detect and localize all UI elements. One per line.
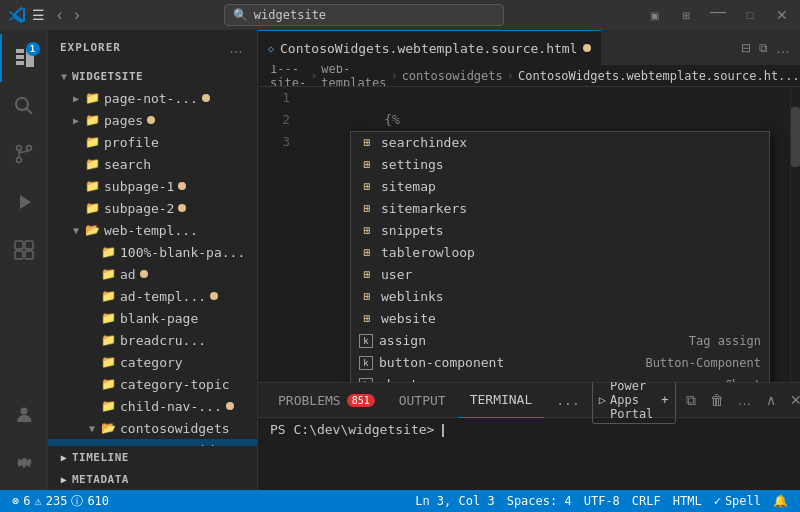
folder-icon-pages: 📁 (84, 112, 100, 128)
tab-bar-actions: ⊟ ⧉ … (731, 30, 800, 65)
tab-label: ContosoWidgets.webtemplate.source.html (280, 41, 577, 56)
ac-item-searchindex[interactable]: ⊞ searchindex (351, 132, 769, 154)
title-bar-left: ☰ (8, 6, 45, 24)
tab-main[interactable]: ◇ ContosoWidgets.webtemplate.source.html (258, 30, 601, 65)
activity-item-source-control[interactable] (0, 130, 48, 178)
panel-tab-more[interactable]: ... (544, 383, 591, 418)
status-errors[interactable]: ⊗ 6 ⚠ 235 ⓘ 610 (8, 490, 113, 512)
folder-icon-page-not: 📁 (84, 90, 100, 106)
status-spaces[interactable]: Spaces: 4 (503, 494, 576, 508)
tree-item-subpage1[interactable]: ▶ 📁 subpage-1 (48, 175, 257, 197)
back-button[interactable]: ‹ (53, 5, 66, 25)
toggle-panel-button[interactable]: ⊟ (739, 39, 753, 57)
ac-item-sitemarkers[interactable]: ⊞ sitemarkers (351, 198, 769, 220)
tree-item-category-topic[interactable]: ▶ 📁 category-topic (48, 373, 257, 395)
ac-item-weblinks[interactable]: ⊞ weblinks (351, 286, 769, 308)
ac-item-settings[interactable]: ⊞ settings (351, 154, 769, 176)
status-notifications[interactable]: 🔔 (769, 494, 792, 508)
tree-item-contosowidgets[interactable]: ▼ 📂 contosowidgets (48, 417, 257, 439)
ac-item-website[interactable]: ⊞ website (351, 308, 769, 330)
tree-item-child-nav[interactable]: ▶ 📁 child-nav-... (48, 395, 257, 417)
tree-item-pages[interactable]: ▶ 📁 pages (48, 109, 257, 131)
tree-item-page-not[interactable]: ▶ 📁 page-not-... (48, 87, 257, 109)
new-file-button[interactable]: … (227, 38, 245, 58)
section-metadata[interactable]: ▶ METADATA (48, 468, 257, 490)
tree-item-blank-page[interactable]: ▶ 📁 blank-page (48, 307, 257, 329)
activity-item-settings[interactable] (0, 438, 48, 486)
tree-item-profile[interactable]: ▶ 📁 profile (48, 131, 257, 153)
split-editor-button[interactable]: ⧉ (757, 39, 770, 57)
ac-item-sitemap[interactable]: ⊞ sitemap (351, 176, 769, 198)
ac-item-user[interactable]: ⊞ user (351, 264, 769, 286)
editor-scrollbar[interactable] (790, 87, 800, 382)
ac-item-snippets[interactable]: ⊞ snippets (351, 220, 769, 242)
editor-content[interactable]: 1 2 3 {% include 'Layout 1 Column' %} {{… (258, 87, 800, 382)
breadcrumb-item-3[interactable]: ContosoWidgets.webtemplate.source.ht... (518, 69, 800, 83)
panel-content[interactable]: PS C:\dev\widgetsite> (258, 418, 800, 490)
hamburger-icon[interactable]: ☰ (32, 7, 45, 23)
trash-button[interactable]: 🗑 (706, 390, 728, 410)
minimize-icon[interactable]: — (708, 2, 728, 22)
ac-item-tablerowloop[interactable]: ⊞ tablerowloop (351, 242, 769, 264)
code-area[interactable]: {% include 'Layout 1 Column' %} {{ b } ⊞ (298, 87, 790, 382)
activity-item-explorer[interactable]: 1 (0, 34, 48, 82)
tree-item-subpage2[interactable]: ▶ 📁 subpage-2 (48, 197, 257, 219)
ac-icon-button-component: k (359, 356, 373, 370)
tree-item-contosowid-file[interactable]: ▶ ◇ ContosoWid... (48, 439, 257, 446)
ac-item-assign[interactable]: k assign Tag assign (351, 330, 769, 352)
tab-modified-dot (583, 44, 591, 52)
layout-icon[interactable]: ▣ (644, 5, 664, 25)
activity-item-search[interactable] (0, 82, 48, 130)
tree-item-search[interactable]: ▶ 📁 search (48, 153, 257, 175)
activity-bottom (0, 390, 48, 490)
breadcrumb-item-1[interactable]: web-templates (321, 65, 386, 87)
ac-label-sitemarkers: sitemarkers (381, 198, 761, 220)
tree-item-ad-templ[interactable]: ▶ 📁 ad-templ... (48, 285, 257, 307)
panel-tab-terminal[interactable]: TERMINAL (458, 383, 545, 418)
activity-item-accounts[interactable] (0, 390, 48, 438)
status-line-ending[interactable]: CRLF (628, 494, 665, 508)
status-bar: ⊗ 6 ⚠ 235 ⓘ 610 Ln 3, Col 3 Spaces: 4 UT… (0, 490, 800, 512)
panel-tab-output[interactable]: OUTPUT (387, 383, 458, 418)
dot-subpage1 (178, 182, 186, 190)
ac-item-chart[interactable]: k chart Chart (351, 374, 769, 382)
breadcrumb-item-0[interactable]: site-1---site-hecvk (270, 65, 306, 87)
panel-close-button[interactable]: ✕ (786, 390, 800, 410)
arrow-page-not: ▶ (68, 90, 84, 106)
ac-item-button-component[interactable]: k button-component Button-Component (351, 352, 769, 374)
tree-root[interactable]: ▼ WIDGETSITE (48, 65, 257, 87)
powerapps-selector[interactable]: ▷ Power Apps Portal + (592, 376, 676, 424)
breadcrumb-item-2[interactable]: contosowidgets (402, 69, 503, 83)
tree-item-100blank[interactable]: ▶ 📁 100%-blank-pa... (48, 241, 257, 263)
tree-item-web-templ[interactable]: ▼ 📂 web-templ... (48, 219, 257, 241)
label-child-nav: child-nav-... (120, 399, 222, 414)
tab-bar: ◇ ContosoWidgets.webtemplate.source.html… (258, 30, 800, 65)
folder-icon-category-topic: 📁 (100, 376, 116, 392)
dot-page-not (202, 94, 210, 102)
status-spell[interactable]: ✓ Spell (710, 494, 765, 508)
more-actions-button[interactable]: … (774, 38, 792, 58)
activity-item-run[interactable] (0, 178, 48, 226)
panel-tab-problems[interactable]: PROBLEMS 851 (266, 383, 387, 418)
title-search-box[interactable]: 🔍 widgetsite (224, 4, 504, 26)
label-contosowidgets: contosowidgets (120, 421, 230, 436)
line-numbers: 1 2 3 (258, 87, 298, 382)
tree-item-ad[interactable]: ▶ 📁 ad (48, 263, 257, 285)
folder-icon-search: 📁 (84, 156, 100, 172)
split-terminal-button[interactable]: ⧉ (682, 390, 700, 411)
panel-maximize-button[interactable]: ∧ (762, 390, 780, 410)
panel-more-button[interactable]: … (734, 390, 756, 410)
status-language[interactable]: HTML (669, 494, 706, 508)
tree-item-breadcru[interactable]: ▶ 📁 breadcru... (48, 329, 257, 351)
maximize-icon[interactable]: □ (740, 5, 760, 25)
activity-item-extensions[interactable] (0, 226, 48, 274)
svg-rect-8 (25, 251, 33, 259)
tree-item-category[interactable]: ▶ 📁 category (48, 351, 257, 373)
status-position[interactable]: Ln 3, Col 3 (411, 494, 498, 508)
status-encoding[interactable]: UTF-8 (580, 494, 624, 508)
split-icon[interactable]: ⊞ (676, 5, 696, 25)
forward-button[interactable]: › (70, 5, 83, 25)
close-icon[interactable]: ✕ (772, 5, 792, 25)
folder-icon-breadcru: 📁 (100, 332, 116, 348)
section-timeline[interactable]: ▶ TIMELINE (48, 446, 257, 468)
